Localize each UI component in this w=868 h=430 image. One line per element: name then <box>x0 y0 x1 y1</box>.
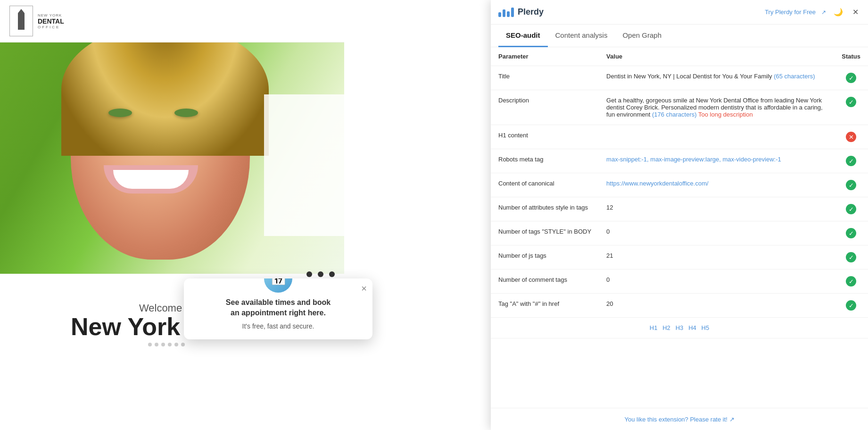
status-ok-icon: ✓ <box>846 73 856 83</box>
table-row-headings: H1 H2 H3 H4 H5 <box>491 318 868 338</box>
hero-hair-top <box>61 24 269 156</box>
value-js-tags: 21 <box>599 245 834 270</box>
status-attr-style: ✓ <box>834 197 868 221</box>
status-ok-icon: ✓ <box>846 156 856 166</box>
rate-extension-link[interactable]: You like this extension? Please rate it!… <box>624 416 734 423</box>
status-ok-icon: ✓ <box>846 204 856 214</box>
welcome-dot-4 <box>168 343 172 346</box>
plerdy-bar-2 <box>503 9 505 17</box>
status-ok-icon: ✓ <box>846 228 856 238</box>
welcome-dots <box>71 343 262 346</box>
param-description: Description <box>491 90 599 125</box>
status-error-icon: ✕ <box>846 132 856 142</box>
logo-line1: NEW YORK <box>38 13 64 17</box>
hero-eye-left <box>108 109 132 117</box>
param-js-tags: Number of js tags <box>491 245 599 270</box>
plerdy-panel: Plerdy Try Plerdy for Free ↗ 🌙 ✕ SEO-aud… <box>491 0 868 430</box>
value-tag-a-hash: 20 <box>599 294 834 318</box>
table-row: Number of attributes style in tags 12 ✓ <box>491 197 868 221</box>
plerdy-footer: You like this extension? Please rate it!… <box>491 408 868 430</box>
param-style-body: Number of tags "STYLE" in BODY <box>491 221 599 245</box>
site-header: NEW YORK DENTAL OFFICE <box>0 0 344 42</box>
param-h1-content: H1 content <box>491 125 599 149</box>
plerdy-table: Parameter Value Status Title Dentist in … <box>491 47 868 408</box>
headings-nav: H1 H2 H3 H4 H5 <box>491 318 868 338</box>
status-ok-icon: ✓ <box>846 276 856 287</box>
tab-seo-audit[interactable]: SEO-audit <box>498 25 548 47</box>
status-h1: ✕ <box>834 125 868 149</box>
table-row: Number of js tags 21 ✓ <box>491 245 868 270</box>
plerdy-tabs: SEO-audit Content analysis Open Graph <box>491 25 868 47</box>
table-row: Description Get a healthy, gorgeous smil… <box>491 90 868 125</box>
logo-line2: DENTAL <box>38 17 64 25</box>
title-chars: (65 characters) <box>774 73 815 80</box>
status-robots: ✓ <box>834 149 868 173</box>
calendar-popup-title: See available times and bookan appointme… <box>198 297 358 319</box>
style-body-val: 0 <box>606 228 610 235</box>
table-row: H1 content ✕ <box>491 125 868 149</box>
plerdy-logo: Plerdy <box>498 7 544 17</box>
table-row: Number of tags "STYLE" in BODY 0 ✓ <box>491 221 868 245</box>
robots-text: max-snippet:-1, max-image-preview:large,… <box>606 156 781 163</box>
close-panel-button[interactable]: ✕ <box>851 6 860 18</box>
value-h1 <box>599 125 834 149</box>
status-style-body: ✓ <box>834 221 868 245</box>
hero-dot-1[interactable] <box>306 271 312 277</box>
hero-dot-2[interactable] <box>318 271 323 277</box>
site-logo: NEW YORK DENTAL OFFICE <box>9 6 64 36</box>
param-tag-a-hash: Tag "A" with "#" in href <box>491 294 599 318</box>
plerdy-logo-bars-icon <box>498 8 514 17</box>
logo-building-shape <box>18 9 25 30</box>
value-attr-style: 12 <box>599 197 834 221</box>
table-row: Tag "A" with "#" in href 20 ✓ <box>491 294 868 318</box>
value-style-body: 0 <box>599 221 834 245</box>
status-title: ✓ <box>834 66 868 90</box>
status-ok-icon: ✓ <box>846 300 856 311</box>
tag-a-hash-val: 20 <box>606 300 613 307</box>
col-status: Status <box>834 47 868 66</box>
status-ok-icon: ✓ <box>846 97 856 107</box>
status-canonical: ✓ <box>834 173 868 197</box>
tab-content-analysis[interactable]: Content analysis <box>548 25 615 47</box>
calendar-popup: 📅 × See available times and bookan appoi… <box>184 278 372 339</box>
headings-nav-text: H1 H2 H3 H4 H5 <box>650 324 709 331</box>
moon-icon-button[interactable]: 🌙 <box>832 6 845 18</box>
desc-chars: (176 characters) <box>652 111 697 118</box>
try-free-link[interactable]: Try Plerdy for Free <box>765 8 816 16</box>
plerdy-bar-1 <box>498 12 501 17</box>
title-text: Dentist in New York, NY | Local Dentist … <box>606 73 772 80</box>
attr-style-val: 12 <box>606 204 613 211</box>
calendar-popup-subtitle: It's free, fast and secure. <box>198 322 358 330</box>
value-description: Get a healthy, gorgeous smile at New Yor… <box>599 90 834 125</box>
table-row: Robots meta tag max-snippet:-1, max-imag… <box>491 149 868 173</box>
logo-text-block: NEW YORK DENTAL OFFICE <box>38 13 64 29</box>
status-ok-icon: ✓ <box>846 180 856 190</box>
status-tag-a-hash: ✓ <box>834 294 868 318</box>
desc-too-long: Too long description <box>698 111 753 118</box>
value-comment-tags: 0 <box>599 270 834 294</box>
table-row: Content of canonical https://www.newyork… <box>491 173 868 197</box>
tab-open-graph[interactable]: Open Graph <box>615 25 669 47</box>
logo-line3: OFFICE <box>38 25 64 29</box>
logo-building-icon <box>9 6 33 36</box>
plerdy-header: Plerdy Try Plerdy for Free ↗ 🌙 ✕ <box>491 0 868 25</box>
comment-tags-val: 0 <box>606 276 610 283</box>
calendar-icon: 📅 <box>270 278 287 287</box>
calendar-close-button[interactable]: × <box>361 283 367 294</box>
param-comment-tags: Number of comment tags <box>491 270 599 294</box>
welcome-dot-1 <box>148 343 152 346</box>
col-parameter: Parameter <box>491 47 599 66</box>
hero-mouth <box>104 165 198 194</box>
plerdy-logo-text: Plerdy <box>518 7 544 17</box>
welcome-dot-2 <box>155 343 158 346</box>
welcome-dot-3 <box>161 343 165 346</box>
value-robots: max-snippet:-1, max-image-preview:large,… <box>599 149 834 173</box>
param-title: Title <box>491 66 599 90</box>
status-description: ✓ <box>834 90 868 125</box>
plerdy-header-right: Try Plerdy for Free ↗ 🌙 ✕ <box>765 6 860 18</box>
status-js-tags: ✓ <box>834 245 868 270</box>
hero-dot-3[interactable] <box>329 271 335 277</box>
external-link-icon: ↗ <box>729 416 735 423</box>
param-canonical: Content of canonical <box>491 173 599 197</box>
value-title: Dentist in New York, NY | Local Dentist … <box>599 66 834 90</box>
